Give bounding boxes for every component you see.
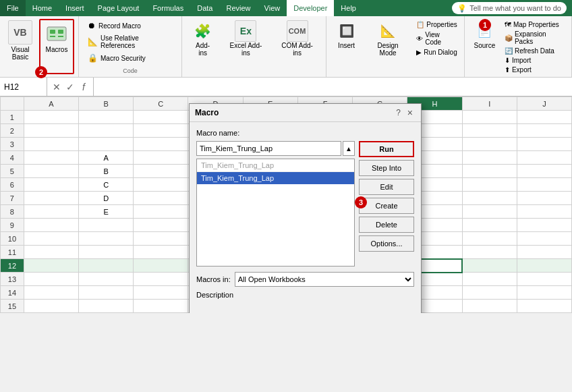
- row-header[interactable]: 11: [1, 246, 24, 259]
- row-header[interactable]: 4: [1, 151, 24, 165]
- cell[interactable]: [79, 232, 134, 246]
- import-button[interactable]: ⬇ Import: [503, 56, 566, 65]
- insert-control-button[interactable]: 🔲 Insert: [332, 19, 361, 51]
- cell[interactable]: [462, 205, 517, 219]
- cell[interactable]: [462, 165, 517, 178]
- cell[interactable]: A: [79, 151, 134, 165]
- macro-name-field[interactable]: [196, 141, 341, 156]
- menu-data[interactable]: Data: [190, 0, 219, 16]
- menu-help[interactable]: Help: [334, 0, 363, 16]
- cell[interactable]: [517, 151, 571, 165]
- export-button[interactable]: ⬆ Export: [503, 65, 566, 74]
- cell[interactable]: [517, 192, 571, 205]
- cell[interactable]: B: [79, 165, 134, 178]
- row-header[interactable]: 10: [1, 232, 24, 246]
- tell-me-box[interactable]: 💡 Tell me what you want to do: [452, 2, 567, 14]
- cell[interactable]: [24, 138, 78, 151]
- cell[interactable]: [24, 219, 78, 232]
- cell[interactable]: [134, 273, 188, 286]
- row-header[interactable]: 6: [1, 178, 24, 192]
- cell[interactable]: [79, 286, 134, 300]
- formula-input[interactable]: [94, 78, 572, 96]
- add-ins-button[interactable]: 🧩 Add-ins: [188, 19, 218, 58]
- row-header[interactable]: 2: [1, 124, 24, 138]
- options-button[interactable]: Options...: [359, 235, 414, 252]
- cell[interactable]: [517, 232, 571, 246]
- cell[interactable]: [24, 300, 78, 313]
- edit-button[interactable]: Edit: [359, 179, 414, 195]
- cell[interactable]: [462, 286, 517, 300]
- row-header[interactable]: 5: [1, 165, 24, 178]
- cell[interactable]: [24, 259, 78, 273]
- cell[interactable]: [462, 259, 517, 273]
- cell[interactable]: [462, 111, 517, 124]
- menu-formulas[interactable]: Formulas: [146, 0, 190, 16]
- cell[interactable]: [24, 192, 78, 205]
- macro-security-button[interactable]: 🔒 Macro Security: [84, 51, 176, 65]
- cell[interactable]: [24, 205, 78, 219]
- row-header[interactable]: 13: [1, 273, 24, 286]
- cell[interactable]: [79, 138, 134, 151]
- cell[interactable]: [24, 246, 78, 259]
- cell[interactable]: [134, 138, 188, 151]
- row-header[interactable]: 1: [1, 111, 24, 124]
- cell[interactable]: [134, 124, 188, 138]
- cell[interactable]: [462, 124, 517, 138]
- menu-review[interactable]: Review: [219, 0, 257, 16]
- cell[interactable]: [462, 178, 517, 192]
- cell[interactable]: [24, 232, 78, 246]
- row-header[interactable]: 14: [1, 286, 24, 300]
- view-code-button[interactable]: 👁 View Code: [415, 30, 459, 47]
- cell[interactable]: [517, 138, 571, 151]
- cell[interactable]: [517, 219, 571, 232]
- row-header[interactable]: 15: [1, 300, 24, 313]
- col-header-c[interactable]: C: [134, 97, 188, 111]
- cell[interactable]: [517, 178, 571, 192]
- cell[interactable]: [517, 246, 571, 259]
- row-header[interactable]: 12: [1, 259, 24, 273]
- cell[interactable]: [134, 205, 188, 219]
- cell[interactable]: [134, 286, 188, 300]
- relative-refs-button[interactable]: 📐 Use Relative References: [84, 32, 176, 51]
- cell[interactable]: [134, 111, 188, 124]
- cell[interactable]: [462, 273, 517, 286]
- cell[interactable]: [462, 192, 517, 205]
- cell[interactable]: [79, 124, 134, 138]
- cell[interactable]: [79, 273, 134, 286]
- cell[interactable]: [79, 111, 134, 124]
- confirm-formula-button[interactable]: ✓: [65, 82, 76, 92]
- cancel-formula-button[interactable]: ✕: [51, 82, 62, 92]
- menu-home[interactable]: Home: [26, 0, 59, 16]
- cell[interactable]: E: [79, 205, 134, 219]
- col-header-b[interactable]: B: [79, 97, 134, 111]
- cell[interactable]: [517, 300, 571, 313]
- cell[interactable]: [79, 246, 134, 259]
- cell[interactable]: [79, 300, 134, 313]
- cell[interactable]: [517, 205, 571, 219]
- cell[interactable]: [134, 232, 188, 246]
- cell[interactable]: [462, 232, 517, 246]
- delete-button[interactable]: Delete: [359, 217, 414, 233]
- properties-button[interactable]: 📋 Properties: [415, 20, 459, 29]
- menu-file[interactable]: File: [0, 0, 26, 16]
- cell[interactable]: [462, 151, 517, 165]
- cell[interactable]: [134, 178, 188, 192]
- macro-list[interactable]: Tim_Kiem_Trung_Lap Tim_Kiem_Trung_Lap: [196, 159, 355, 267]
- cell[interactable]: [517, 124, 571, 138]
- macros-button[interactable]: Macros 2: [39, 19, 74, 74]
- cell[interactable]: [24, 165, 78, 178]
- cell[interactable]: [134, 165, 188, 178]
- menu-view[interactable]: View: [258, 0, 287, 16]
- cell[interactable]: [134, 192, 188, 205]
- map-properties-button[interactable]: 🗺 Map Properties: [503, 20, 566, 29]
- cell[interactable]: C: [79, 178, 134, 192]
- macro-list-item-1[interactable]: Tim_Kiem_Trung_Lap: [197, 159, 354, 172]
- cell[interactable]: [517, 165, 571, 178]
- menu-page-layout[interactable]: Page Layout: [91, 0, 146, 16]
- cell[interactable]: [24, 124, 78, 138]
- macro-name-up-button[interactable]: ▲: [343, 141, 355, 156]
- expansion-packs-button[interactable]: 📦 Expansion Packs: [503, 30, 566, 46]
- menu-insert[interactable]: Insert: [59, 0, 91, 16]
- cell[interactable]: [517, 259, 571, 273]
- col-header-a[interactable]: A: [24, 97, 78, 111]
